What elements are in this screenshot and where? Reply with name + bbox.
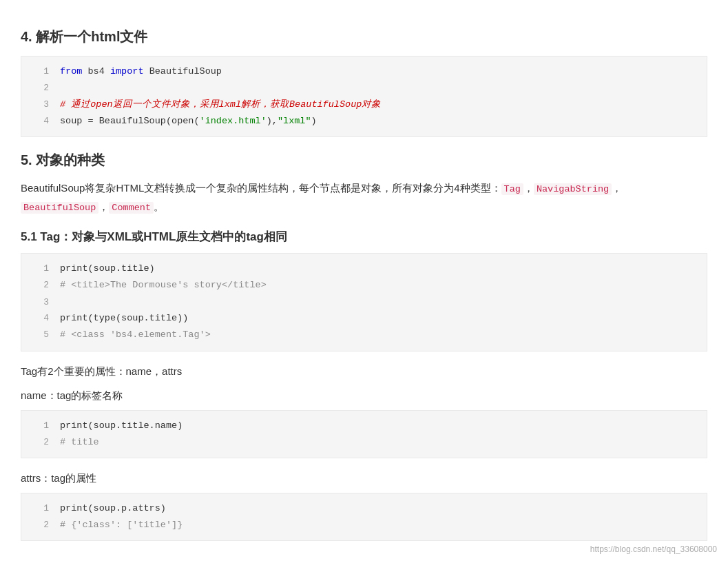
code-line: 3 xyxy=(21,294,707,310)
type-navigabstring: NavigabString xyxy=(534,183,612,195)
code-line: 1 print(soup.p.attrs) xyxy=(21,500,707,517)
name-label: name：tag的标签名称 xyxy=(21,387,707,405)
code-line: 3 # 通过open返回一个文件对象，采用lxml解析，获取BeautifulS… xyxy=(21,96,707,113)
section51-title: 5.1 Tag：对象与XML或HTML原生文档中的tag相同 xyxy=(21,229,707,245)
attrs-label: attrs：tag的属性 xyxy=(21,469,707,487)
type-comment: Comment xyxy=(109,202,154,214)
code-line: 1 print(soup.title.name) xyxy=(21,418,707,434)
code-line: 2 # <title>The Dormouse's story</title> xyxy=(21,277,707,294)
watermark: https://blog.csdn.net/qq_33608000 xyxy=(590,544,717,554)
code-line: 1 print(soup.title) xyxy=(21,261,707,277)
section4-title: 4. 解析一个html文件 xyxy=(21,28,707,46)
code-line: 2 xyxy=(21,80,707,96)
tag-attr-desc: Tag有2个重要的属性：name，attrs xyxy=(21,363,707,380)
code-line: 1 from bs4 import BeautifulSoup xyxy=(21,63,707,80)
type-tag: Tag xyxy=(501,183,523,195)
code-line: 5 # <class 'bs4.element.Tag'> xyxy=(21,327,707,343)
code-line: 4 print(type(soup.title)) xyxy=(21,310,707,327)
section5-title: 5. 对象的种类 xyxy=(21,151,707,170)
code-line: 2 # {'class': ['title']} xyxy=(21,517,707,533)
code-block-1: 1 from bs4 import BeautifulSoup 2 3 # 通过… xyxy=(21,56,707,137)
section5-description: BeautifulSoup将复杂HTML文档转换成一个复杂的属性结构，每个节点都… xyxy=(21,179,707,216)
code-line: 4 soup = BeauifulSoup(open('index.html')… xyxy=(21,113,707,130)
code-block-3: 1 print(soup.title.name) 2 # title xyxy=(21,410,707,459)
code-line: 2 # title xyxy=(21,434,707,451)
code-block-2: 1 print(soup.title) 2 # <title>The Dormo… xyxy=(21,253,707,351)
type-beautifulsoup: BeautifulSoup xyxy=(21,202,98,214)
code-block-4: 1 print(soup.p.attrs) 2 # {'class': ['ti… xyxy=(21,493,707,542)
